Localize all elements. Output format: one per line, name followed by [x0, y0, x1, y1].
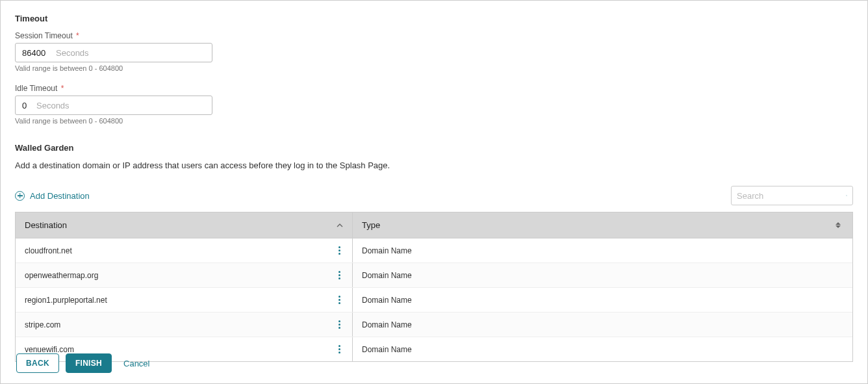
timeout-heading: Timeout: [15, 14, 853, 23]
finish-button[interactable]: FINISH: [66, 353, 112, 373]
row-actions-menu-icon[interactable]: [336, 245, 343, 256]
session-timeout-input-group[interactable]: Seconds: [15, 43, 212, 62]
required-mark: *: [61, 84, 64, 93]
row-actions-menu-icon[interactable]: [336, 294, 343, 305]
col-destination[interactable]: Destination: [16, 212, 353, 238]
cell-type: Domain Name: [353, 313, 852, 337]
add-destination-label: Add Destination: [30, 191, 90, 201]
idle-timeout-hint: Valid range is between 0 - 604800: [15, 117, 853, 125]
cell-destination: cloudfront.net: [16, 238, 353, 262]
cell-destination: openweathermap.org: [16, 263, 353, 287]
plus-circle-icon: [15, 191, 25, 201]
cancel-link[interactable]: Cancel: [123, 359, 149, 368]
row-actions-menu-icon[interactable]: [336, 319, 343, 330]
session-timeout-hint: Valid range is between 0 - 604800: [15, 64, 853, 72]
destinations-table: Destination Type cloudfront.netDomain Na…: [15, 212, 853, 362]
session-timeout-input[interactable]: [22, 48, 51, 58]
session-timeout-unit: Seconds: [56, 48, 89, 58]
add-destination-button[interactable]: Add Destination: [15, 191, 90, 201]
cell-type: Domain Name: [353, 337, 852, 361]
svg-point-0: [846, 195, 847, 196]
cell-destination: stripe.com: [16, 313, 353, 337]
table-row: openweathermap.orgDomain Name: [16, 262, 852, 287]
cell-type: Domain Name: [353, 288, 852, 312]
back-button[interactable]: BACK: [16, 353, 59, 373]
session-timeout-label: Session Timeout: [15, 31, 73, 40]
walled-garden-desc: Add a destination domain or IP address t…: [15, 160, 853, 170]
search-input[interactable]: [737, 191, 846, 201]
row-actions-menu-icon[interactable]: [336, 344, 343, 355]
col-type[interactable]: Type: [353, 212, 852, 238]
walled-garden-toolbar: Add Destination: [15, 186, 853, 205]
row-actions-menu-icon[interactable]: [336, 270, 343, 281]
cell-destination: region1.purpleportal.net: [16, 288, 353, 312]
settings-form: Timeout Session Timeout * Seconds Valid …: [0, 0, 868, 384]
idle-timeout-input-group[interactable]: Seconds: [15, 96, 212, 115]
table-row: cloudfront.netDomain Name: [16, 238, 852, 262]
chevron-up-icon: [337, 224, 343, 227]
search-box[interactable]: [731, 186, 853, 205]
table-header: Destination Type: [16, 212, 852, 238]
cell-type: Domain Name: [353, 263, 852, 287]
wizard-footer: BACK FINISH Cancel: [16, 353, 149, 373]
required-mark: *: [76, 31, 79, 40]
idle-timeout-input[interactable]: [22, 101, 31, 110]
session-timeout-field: Session Timeout * Seconds Valid range is…: [15, 31, 853, 72]
table-row: stripe.comDomain Name: [16, 312, 852, 337]
walled-garden-heading: Walled Garden: [15, 143, 853, 153]
idle-timeout-field: Idle Timeout * Seconds Valid range is be…: [15, 84, 853, 125]
table-row: region1.purpleportal.netDomain Name: [16, 287, 852, 312]
cell-type: Domain Name: [353, 238, 852, 262]
search-icon: [846, 190, 847, 201]
sort-indicator-icon: [836, 222, 841, 228]
idle-timeout-unit: Seconds: [36, 101, 70, 110]
idle-timeout-label: Idle Timeout: [15, 84, 57, 93]
